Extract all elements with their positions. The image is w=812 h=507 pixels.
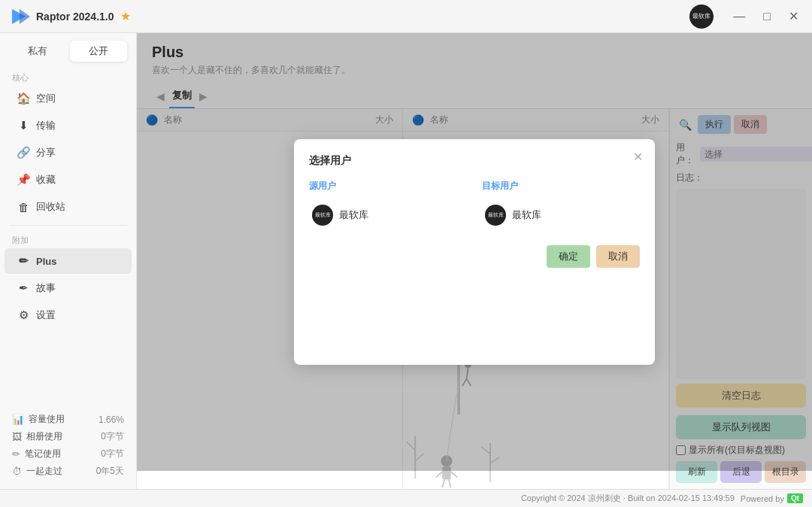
link-icon: 🔗: [17, 146, 30, 159]
sidebar-item-settings[interactable]: ⚙ 设置: [5, 302, 132, 328]
sidebar-item-recycle[interactable]: 🗑 回收站: [5, 194, 132, 220]
sidebar-item-space[interactable]: 🏠 空间: [5, 86, 132, 111]
sidebar-item-transfer-label: 传输: [36, 119, 56, 132]
sidebar: 私有 公开 核心 🏠 空间 ⬇ 传输 🔗 分享 📌 收藏 🗑 回收站 附加 ✏ …: [0, 33, 137, 489]
modal-footer: 确定 取消: [309, 245, 640, 268]
modal-cancel-button[interactable]: 取消: [596, 245, 640, 268]
sidebar-item-story-label: 故事: [36, 281, 56, 295]
star-icon[interactable]: ★: [120, 9, 131, 23]
sidebar-item-collect-label: 收藏: [36, 173, 56, 187]
app-title: Raptor 2024.1.0: [36, 11, 114, 23]
photo-icon: 🖼: [12, 431, 22, 442]
modal-title: 选择用户: [309, 154, 640, 168]
pin-icon: 📌: [17, 173, 30, 187]
target-user-col: 目标用户 最软库 最软库: [482, 180, 640, 230]
source-user-item[interactable]: 最软库 最软库: [309, 200, 467, 230]
sidebar-item-share-label: 分享: [36, 146, 56, 159]
window-controls: 最软库 — □ ✕: [689, 5, 803, 29]
stat-album: 🖼相册使用 0字节: [9, 428, 127, 445]
modal-overlay: 选择用户 ✕ 源用户 最软库 最软库 目标用户: [137, 33, 812, 471]
stat-days: ⏱一起走过 0年5天: [9, 463, 127, 480]
qt-badge: Qt: [787, 493, 803, 503]
section-addon-label: 附加: [0, 230, 136, 247]
svg-line-21: [436, 472, 443, 478]
powered-by-text: Powered by: [741, 494, 784, 503]
app-logo: [9, 6, 30, 27]
trash-icon: 🗑: [17, 201, 30, 214]
pencil-icon: ✏: [17, 254, 30, 268]
tab-private[interactable]: 私有: [9, 41, 67, 62]
stat-note: ✏笔记使用 0字节: [9, 445, 127, 463]
svg-line-22: [451, 472, 458, 478]
statusbar: Copyright © 2024 凉州刺史 · Built on 2024-02…: [0, 489, 812, 507]
target-user-title: 目标用户: [482, 180, 640, 193]
main-content: Plus 喜欢一个人是藏不住的，多喜欢几个就能藏住了。 ◀ 复制 ▶ 🔵 名称 …: [137, 33, 812, 489]
clock-icon: ⏱: [12, 466, 22, 477]
tab-public[interactable]: 公开: [70, 41, 128, 62]
svg-line-24: [449, 479, 451, 487]
modal-columns: 源用户 最软库 最软库 目标用户 最软库: [309, 180, 640, 230]
minimize-button[interactable]: —: [729, 8, 750, 25]
target-user-item[interactable]: 最软库 最软库: [482, 200, 640, 230]
svg-line-23: [442, 479, 444, 487]
app-body: 私有 公开 核心 🏠 空间 ⬇ 传输 🔗 分享 📌 收藏 🗑 回收站 附加 ✏ …: [0, 33, 812, 489]
sidebar-item-story[interactable]: ✒ 故事: [5, 275, 132, 301]
sidebar-item-plus-label: Plus: [36, 256, 56, 267]
sidebar-item-space-label: 空间: [36, 92, 56, 105]
sidebar-item-transfer[interactable]: ⬇ 传输: [5, 113, 132, 138]
sidebar-item-settings-label: 设置: [36, 308, 56, 322]
note-icon: ✏: [12, 448, 20, 460]
sidebar-item-plus[interactable]: ✏ Plus: [5, 248, 132, 274]
modal-ok-button[interactable]: 确定: [547, 245, 590, 268]
sidebar-stats: 📊容量使用 1.66% 🖼相册使用 0字节 ✏笔记使用 0字节 ⏱一起走过 0年…: [0, 405, 136, 483]
stat-capacity: 📊容量使用 1.66%: [9, 411, 127, 428]
titlebar: Raptor 2024.1.0 ★ 最软库 — □ ✕: [0, 0, 812, 33]
sidebar-divider: [9, 225, 127, 226]
modal-close-button[interactable]: ✕: [633, 150, 643, 164]
maximize-button[interactable]: □: [759, 8, 775, 25]
sidebar-tab-group: 私有 公开: [0, 33, 136, 68]
powered-by: Powered by Qt: [741, 493, 803, 503]
sidebar-item-collect[interactable]: 📌 收藏: [5, 167, 132, 193]
source-user-name: 最软库: [339, 208, 368, 222]
target-user-avatar: 最软库: [485, 205, 506, 226]
chart-icon: 📊: [12, 414, 24, 425]
close-button[interactable]: ✕: [784, 8, 803, 25]
target-user-name: 最软库: [512, 208, 541, 222]
download-icon: ⬇: [17, 119, 30, 132]
section-core-label: 核心: [0, 68, 136, 85]
sidebar-item-share[interactable]: 🔗 分享: [5, 140, 132, 165]
svg-marker-1: [20, 9, 30, 24]
gear-icon: ⚙: [17, 308, 30, 322]
sidebar-item-recycle-label: 回收站: [36, 200, 65, 214]
source-user-title: 源用户: [309, 180, 467, 193]
story-icon: ✒: [17, 281, 30, 295]
source-user-col: 源用户 最软库 最软库: [309, 180, 467, 230]
select-user-modal: 选择用户 ✕ 源用户 最软库 最软库 目标用户: [294, 139, 655, 365]
user-avatar[interactable]: 最软库: [689, 5, 714, 29]
home-icon: 🏠: [17, 92, 30, 105]
source-user-avatar: 最软库: [312, 205, 333, 226]
copyright-text: Copyright © 2024 凉州刺史 · Built on 2024-02…: [521, 493, 735, 504]
